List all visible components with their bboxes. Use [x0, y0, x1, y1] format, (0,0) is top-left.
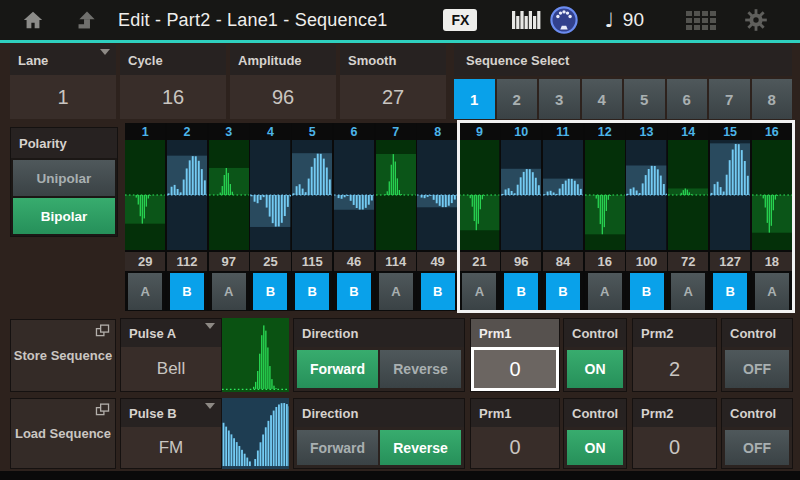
- step-pulse-toggle[interactable]: B: [713, 273, 747, 310]
- pulse-a-label: Pulse A: [129, 326, 176, 341]
- step-value[interactable]: 100: [626, 252, 666, 271]
- keyboard-icon[interactable]: [512, 10, 542, 30]
- step-waveform[interactable]: [334, 140, 374, 250]
- step-value[interactable]: 115: [292, 252, 332, 271]
- step-pulse-toggle[interactable]: A: [379, 273, 413, 310]
- step-waveform[interactable]: [459, 140, 499, 250]
- step-waveform[interactable]: [125, 140, 165, 250]
- smooth-value[interactable]: 27: [340, 75, 446, 119]
- step-value[interactable]: 16: [585, 252, 625, 271]
- sequence-select-button-7[interactable]: 7: [709, 79, 750, 119]
- sequence-select-button-2[interactable]: 2: [497, 79, 538, 119]
- cycle-value[interactable]: 16: [120, 75, 226, 119]
- step-pulse-toggle[interactable]: A: [128, 273, 162, 310]
- pulse-b-direction-box: Direction Forward Reverse: [293, 398, 465, 469]
- reverse-button[interactable]: Reverse: [380, 430, 461, 465]
- step-waveform[interactable]: [752, 140, 792, 250]
- lane-value[interactable]: 1: [10, 75, 116, 119]
- step-value[interactable]: 96: [501, 252, 541, 271]
- step-waveform[interactable]: [626, 140, 666, 250]
- step-pulse-toggle[interactable]: B: [504, 273, 538, 310]
- step-value[interactable]: 97: [209, 252, 249, 271]
- forward-button[interactable]: Forward: [297, 430, 378, 465]
- pulse-b-type-value[interactable]: FM: [121, 427, 221, 468]
- step-waveform[interactable]: [543, 140, 583, 250]
- top-bar: Edit - Part2 - Lane1 - Sequence1 FX: [0, 0, 800, 40]
- step-pulse-toggle[interactable]: B: [546, 273, 580, 310]
- unipolar-button[interactable]: Unipolar: [13, 160, 115, 196]
- prm2-label: Prm2: [633, 399, 716, 427]
- prm2-value[interactable]: 0: [633, 427, 716, 468]
- prm1-value[interactable]: 0: [471, 347, 559, 391]
- top-bar-right: FX: [443, 0, 800, 40]
- home-icon[interactable]: [22, 9, 44, 31]
- step-pulse-toggle[interactable]: B: [170, 273, 204, 310]
- step-value[interactable]: 72: [668, 252, 708, 271]
- sequence-select-button-5[interactable]: 5: [624, 79, 665, 119]
- step-pulse-toggle[interactable]: B: [253, 273, 287, 310]
- sequence-select-buttons: 12345678: [454, 79, 792, 119]
- return-up-icon[interactable]: [76, 9, 98, 31]
- sequence-select-button-1[interactable]: 1: [454, 79, 495, 119]
- fx-button[interactable]: FX: [443, 9, 477, 31]
- step-value[interactable]: 112: [167, 252, 207, 271]
- prm2-value[interactable]: 2: [633, 347, 716, 391]
- step-pulse-toggle[interactable]: A: [671, 273, 705, 310]
- pulse-a-waveform-thumbnail: [222, 318, 289, 392]
- step-value[interactable]: 18: [752, 252, 792, 271]
- control1-toggle[interactable]: ON: [567, 350, 623, 388]
- reverse-button[interactable]: Reverse: [380, 350, 461, 388]
- step-value[interactable]: 25: [250, 252, 290, 271]
- step-value[interactable]: 84: [543, 252, 583, 271]
- sequence-select-button-6[interactable]: 6: [667, 79, 708, 119]
- store-sequence-button[interactable]: Store Sequence: [10, 319, 116, 392]
- step-value[interactable]: 49: [417, 252, 457, 271]
- step-waveform[interactable]: [417, 140, 457, 250]
- step-column-14: 1472A: [668, 123, 708, 311]
- step-waveform[interactable]: [668, 140, 708, 250]
- step-waveform[interactable]: [292, 140, 332, 250]
- step-waveform[interactable]: [167, 140, 207, 250]
- amplitude-value[interactable]: 96: [230, 75, 336, 119]
- step-waveform[interactable]: [250, 140, 290, 250]
- pulse-a-type-value[interactable]: Bell: [121, 347, 221, 391]
- control2-toggle[interactable]: OFF: [725, 350, 789, 388]
- step-waveform[interactable]: [501, 140, 541, 250]
- step-value[interactable]: 21: [459, 252, 499, 271]
- step-value[interactable]: 114: [376, 252, 416, 271]
- step-pulse-toggle[interactable]: A: [212, 273, 246, 310]
- forward-button[interactable]: Forward: [297, 350, 378, 388]
- load-sequence-button[interactable]: Load Sequence: [10, 398, 116, 469]
- sequence-select-button-3[interactable]: 3: [539, 79, 580, 119]
- pad-grid-icon[interactable]: [686, 11, 716, 30]
- step-pulse-toggle[interactable]: B: [421, 273, 455, 310]
- pulse-a-row: Pulse A Bell Direction Forward Reverse P…: [120, 318, 793, 392]
- control-label: Control: [564, 319, 626, 347]
- chevron-down-icon: [205, 323, 215, 329]
- step-pulse-toggle[interactable]: B: [630, 273, 664, 310]
- sequence-select-button-8[interactable]: 8: [752, 79, 793, 119]
- control1-toggle[interactable]: ON: [567, 430, 623, 465]
- step-ab-cell: A: [668, 272, 708, 311]
- control2-toggle[interactable]: OFF: [725, 430, 789, 465]
- tempo-value[interactable]: 90: [623, 9, 644, 31]
- step-value[interactable]: 29: [125, 252, 165, 271]
- step-waveform[interactable]: [585, 140, 625, 250]
- midi-icon[interactable]: [549, 5, 579, 35]
- step-waveform[interactable]: [209, 140, 249, 250]
- step-pulse-toggle[interactable]: A: [462, 273, 496, 310]
- step-waveform[interactable]: [376, 140, 416, 250]
- settings-gear-icon[interactable]: [744, 8, 768, 32]
- step-pulse-toggle[interactable]: A: [755, 273, 789, 310]
- step-value[interactable]: 127: [710, 252, 750, 271]
- sequence-select-button-4[interactable]: 4: [582, 79, 623, 119]
- prm1-value[interactable]: 0: [471, 427, 559, 468]
- step-pulse-toggle[interactable]: B: [337, 273, 371, 310]
- step-waveform[interactable]: [710, 140, 750, 250]
- bipolar-button[interactable]: Bipolar: [13, 198, 115, 234]
- step-ab-cell: B: [292, 272, 332, 311]
- step-ab-cell: B: [626, 272, 666, 311]
- step-pulse-toggle[interactable]: A: [588, 273, 622, 310]
- step-pulse-toggle[interactable]: B: [295, 273, 329, 310]
- step-value[interactable]: 46: [334, 252, 374, 271]
